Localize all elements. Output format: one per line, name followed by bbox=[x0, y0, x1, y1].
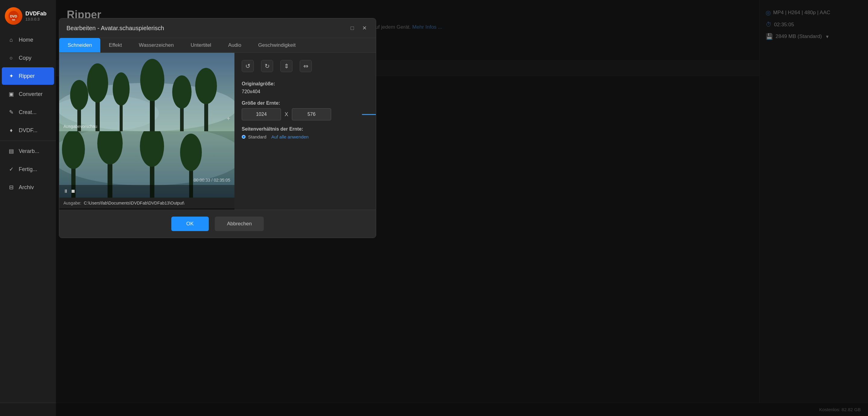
modal-tabs: Schneiden Effekt Wasserzeichen Untertite… bbox=[59, 38, 376, 53]
logo-icon: DVD fab bbox=[5, 7, 22, 25]
original-size-label: Originalgröße: bbox=[242, 81, 369, 86]
aspect-ratio-field: Seitenverhältnis der Ernte: Standard Auf… bbox=[242, 127, 369, 139]
video-upper: Ausgabevorschau + bbox=[59, 53, 235, 131]
sidebar-item-creator[interactable]: ✎ Creat... bbox=[2, 103, 54, 121]
modal-title: Bearbeiten - Avatar.schauspielerisch bbox=[66, 25, 164, 32]
sidebar-item-verarbeiten[interactable]: ▤ Verarb... bbox=[2, 142, 54, 160]
sidebar-item-label: Home bbox=[19, 37, 33, 43]
video-plus-icon: + bbox=[226, 115, 230, 122]
modal-body: Ausgabevorschau + bbox=[59, 53, 376, 210]
svg-text:fab: fab bbox=[12, 19, 16, 21]
tab-effekt[interactable]: Effekt bbox=[100, 38, 130, 53]
svg-point-11 bbox=[113, 72, 130, 106]
output-path: C:\Users\fab\Documents\DVDFab\DVDFab13\O… bbox=[84, 201, 184, 205]
flip-h-button[interactable]: ⇔ bbox=[300, 60, 312, 72]
sidebar-item-label: Copy bbox=[19, 55, 31, 61]
copy-icon: ○ bbox=[8, 55, 14, 61]
sidebar-item-archiv[interactable]: ⊟ Archiv bbox=[2, 179, 54, 196]
svg-point-9 bbox=[87, 63, 108, 103]
tab-wasserzeichen[interactable]: Wasserzeichen bbox=[130, 38, 183, 53]
crop-x-separator: X bbox=[285, 111, 288, 118]
video-preview-label: Ausgabevorschau bbox=[63, 124, 97, 129]
svg-point-17 bbox=[195, 68, 217, 104]
verarbeiten-icon: ▤ bbox=[8, 148, 14, 154]
app-version: 13.0.0.3 bbox=[25, 17, 46, 22]
sidebar-item-dvdfab[interactable]: ♦ DVDF... bbox=[2, 122, 54, 139]
svg-point-27 bbox=[180, 134, 202, 171]
sidebar-item-label: Archiv bbox=[19, 184, 34, 190]
tab-geschwindigkeit[interactable]: Geschwindigkeit bbox=[250, 38, 304, 53]
app-logo: DVD fab DVDFab 13.0.0.3 bbox=[0, 3, 56, 31]
creator-icon: ✎ bbox=[8, 109, 14, 115]
crop-height-input[interactable] bbox=[292, 108, 331, 120]
app-name-version: DVDFab 13.0.0.3 bbox=[25, 10, 46, 22]
app-name: DVDFab bbox=[25, 10, 46, 17]
crop-panel: ↺ ↻ ⇕ ⇔ Originalgröße: 720x404 Größe der… bbox=[235, 53, 376, 210]
stop-button[interactable]: ⏹ bbox=[71, 188, 75, 194]
sidebar-item-home[interactable]: ⌂ Home bbox=[2, 31, 54, 48]
crop-size-label: Größe der Ernte: bbox=[242, 100, 369, 106]
fertigstellen-icon: ✓ bbox=[8, 166, 14, 173]
sidebar-item-converter[interactable]: ▣ Converter bbox=[2, 85, 54, 103]
flip-v-button[interactable]: ⇕ bbox=[280, 60, 292, 72]
output-bar: Ausgabe: C:\Users\fab\Documents\DVDFab\D… bbox=[59, 198, 235, 208]
sidebar-item-label: Fertig... bbox=[19, 166, 37, 173]
crop-size-field: Größe der Ernte: X ✎ ✕ bbox=[242, 100, 369, 120]
svg-text:DVD: DVD bbox=[10, 14, 17, 18]
video-preview: Ausgabevorschau + bbox=[59, 53, 235, 210]
minimize-button[interactable]: □ bbox=[348, 24, 356, 32]
aspect-ratio-row: Standard Auf alle anwenden bbox=[242, 134, 369, 139]
original-size-row: Originalgröße: 720x404 bbox=[242, 81, 369, 95]
rotate-left-button[interactable]: ↺ bbox=[242, 60, 254, 72]
home-icon: ⌂ bbox=[8, 36, 14, 43]
sidebar-item-fertigstellen[interactable]: ✓ Fertig... bbox=[2, 161, 54, 178]
video-time: 00:00:33 / 02:35:05 bbox=[194, 178, 230, 182]
rotate-right-button[interactable]: ↻ bbox=[261, 60, 273, 72]
svg-point-15 bbox=[172, 75, 191, 109]
sidebar-item-label: Converter bbox=[19, 91, 42, 98]
sidebar-item-copy[interactable]: ○ Copy bbox=[2, 49, 54, 67]
aspect-ratio-label: Seitenverhältnis der Ernte: bbox=[242, 127, 369, 132]
sidebar: DVD fab DVDFab 13.0.0.3 ⌂ Home ○ Copy ✦ … bbox=[0, 0, 56, 416]
tab-audio[interactable]: Audio bbox=[220, 38, 250, 53]
svg-point-21 bbox=[62, 131, 85, 169]
video-controls: ⏸ ⏹ bbox=[59, 185, 235, 198]
original-size-value: 720x404 bbox=[242, 89, 369, 95]
tab-untertitel[interactable]: Untertitel bbox=[182, 38, 220, 53]
pause-button[interactable]: ⏸ bbox=[63, 188, 68, 194]
main-content: Ripper Konvertieren Sie DVD/Blu-ray/4K U… bbox=[56, 0, 868, 416]
svg-point-7 bbox=[70, 80, 88, 110]
sidebar-item-label: DVDF... bbox=[19, 127, 37, 134]
modal-window-controls: □ ✕ bbox=[348, 24, 369, 32]
crop-icon-row: ↺ ↻ ⇕ ⇔ bbox=[242, 60, 369, 72]
ripper-icon: ✦ bbox=[8, 73, 14, 79]
sidebar-item-label: Verarb... bbox=[19, 148, 39, 154]
crop-width-input[interactable] bbox=[242, 108, 281, 120]
modal-footer: OK Abbrechen bbox=[59, 210, 376, 238]
dvdfab-icon: ♦ bbox=[8, 127, 14, 134]
tab-schneiden[interactable]: Schneiden bbox=[59, 38, 100, 53]
archiv-icon: ⊟ bbox=[8, 184, 14, 190]
converter-icon: ▣ bbox=[8, 91, 14, 98]
modal-overlay: Bearbeiten - Avatar.schauspielerisch □ ✕… bbox=[56, 0, 868, 416]
sidebar-item-ripper[interactable]: ✦ Ripper bbox=[2, 67, 54, 85]
output-label: Ausgabe: bbox=[63, 201, 81, 205]
ok-button[interactable]: OK bbox=[171, 217, 209, 231]
video-lower: ⏸ ⏹ 00:00:33 / 02:35:05 bbox=[59, 131, 235, 198]
cancel-button[interactable]: Abbrechen bbox=[215, 217, 264, 231]
sidebar-item-label: Creat... bbox=[19, 109, 36, 115]
close-modal-button[interactable]: ✕ bbox=[360, 24, 369, 32]
apply-all-button[interactable]: Auf alle anwenden bbox=[271, 134, 308, 139]
sidebar-item-label: Ripper bbox=[19, 73, 35, 79]
crop-size-inputs: X ✎ ✕ bbox=[242, 108, 369, 120]
modal-header: Bearbeiten - Avatar.schauspielerisch □ ✕ bbox=[59, 19, 376, 38]
standard-radio[interactable] bbox=[242, 135, 246, 139]
svg-point-13 bbox=[140, 59, 164, 101]
standard-radio-label[interactable]: Standard bbox=[242, 134, 267, 139]
edit-modal: Bearbeiten - Avatar.schauspielerisch □ ✕… bbox=[59, 18, 376, 238]
